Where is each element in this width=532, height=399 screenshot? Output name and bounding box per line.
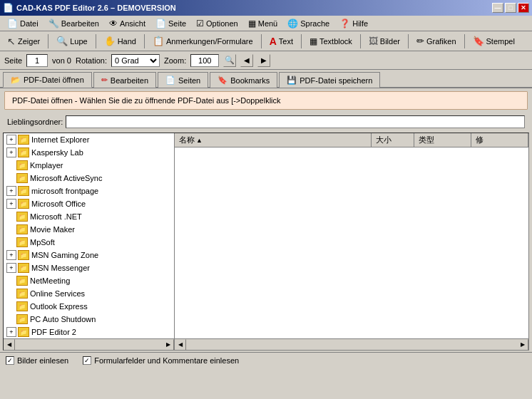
separator-4	[261, 34, 262, 48]
menu-bearbeiten[interactable]: 🔧 Bearbeiten	[44, 17, 103, 30]
favorites-input[interactable]	[66, 115, 525, 128]
menu-sprache[interactable]: 🌐 Sprache	[283, 17, 334, 30]
tab-pages[interactable]: 📄 Seiten	[158, 72, 208, 88]
text-button[interactable]: A Text	[265, 33, 297, 49]
lupe-button[interactable]: 🔍 Lupe	[52, 33, 91, 49]
bilder-icon: 🖼	[369, 36, 378, 46]
list-item[interactable]: 📁 Kmplayer	[4, 159, 174, 172]
col-type[interactable]: 类型	[414, 133, 471, 147]
bilder-label: Bilder einlesen	[17, 356, 68, 365]
next-page-btn[interactable]: ▶	[257, 54, 270, 67]
prev-page-btn[interactable]: ◀	[240, 54, 253, 67]
list-item[interactable]: + 📁 MSN Gaming Zone	[4, 249, 174, 261]
list-item[interactable]: 📁 Microsoft ActiveSync	[4, 172, 174, 185]
tab-bar: 📂 PDF-Datei öffnen ✏ Bearbeiten 📄 Seiten…	[0, 70, 532, 88]
lupe-icon: 🔍	[56, 36, 68, 46]
tab-open[interactable]: 📂 PDF-Datei öffnen	[3, 72, 92, 88]
menu-hilfe[interactable]: ❓ Hilfe	[335, 17, 372, 30]
list-item[interactable]: + 📁 Kaspersky Lab	[4, 146, 174, 159]
tree-hscrollbar[interactable]: ◀ ▶	[4, 338, 174, 350]
separator-8	[464, 34, 465, 48]
page-input[interactable]	[26, 54, 48, 67]
zoom-label: Zoom:	[164, 56, 186, 65]
maximize-button[interactable]: □	[505, 3, 516, 13]
list-item[interactable]: 📁 Movie Maker	[4, 223, 174, 236]
file-scroll-track	[186, 339, 517, 351]
file-scroll-left-btn[interactable]: ◀	[175, 339, 186, 351]
list-item[interactable]: + 📁 MSN Messenger	[4, 261, 174, 274]
col-size[interactable]: 大小	[372, 133, 414, 147]
folder-icon: 📁	[16, 237, 28, 247]
col-date[interactable]: 修	[471, 133, 528, 147]
menu-optionen[interactable]: ☑ Optionen	[192, 17, 242, 30]
close-button[interactable]: ✕	[518, 3, 529, 13]
folder-icon: 📁	[18, 147, 29, 157]
file-panel: 名称 ▲ 大小 类型 修 ◀ ▶	[175, 133, 528, 350]
hand-icon: ✋	[104, 36, 116, 46]
zeiger-button[interactable]: ↖ Zeiger	[3, 33, 44, 49]
separator-2	[96, 34, 96, 48]
list-item[interactable]: + 📁 Microsoft Office	[4, 197, 174, 210]
tab-bookmarks-icon: 🔖	[218, 76, 227, 85]
bearbeiten-icon: 🔧	[48, 19, 59, 28]
list-item[interactable]: 📁 Microsoft .NET	[4, 210, 174, 223]
scroll-track	[15, 339, 163, 351]
rotation-select[interactable]: 0 Grad 90 Grad 180 Grad 270 Grad	[111, 54, 160, 67]
expand-icon[interactable]: +	[6, 250, 16, 260]
stempel-button[interactable]: 🔖 Stempel	[469, 33, 519, 49]
window-title: CAD-KAS PDF Editor 2.6 – DEMOVERSION	[16, 4, 176, 12]
list-item[interactable]: 📁 NetMeeting	[4, 274, 174, 287]
separator-5	[301, 34, 302, 48]
folder-icon: 📁	[18, 135, 29, 145]
grafiken-button[interactable]: ✏ Grafiken	[412, 33, 461, 49]
file-hscrollbar[interactable]: ◀ ▶	[175, 338, 528, 350]
list-item[interactable]: + 📁 PDF Editor 2	[4, 326, 174, 338]
tab-bookmarks[interactable]: 🔖 Bookmarks	[210, 72, 277, 88]
expand-icon[interactable]: +	[6, 199, 16, 209]
formular-checkbox[interactable]: ✓	[83, 356, 91, 365]
scroll-left-btn[interactable]: ◀	[4, 339, 15, 351]
folder-icon: 📁	[16, 289, 28, 299]
tab-open-icon: 📂	[11, 76, 21, 85]
rotation-label: Rotation:	[76, 56, 107, 65]
textblock-button[interactable]: ▦ Textblock	[305, 33, 357, 49]
bilder-button[interactable]: 🖼 Bilder	[364, 33, 404, 49]
menu-menue[interactable]: ▦ Menü	[244, 17, 282, 30]
expand-icon[interactable]: +	[6, 135, 16, 145]
title-bar: 📄 CAD-KAS PDF Editor 2.6 – DEMOVERSION —…	[0, 0, 532, 16]
col-name[interactable]: 名称 ▲	[175, 133, 372, 147]
banner-text: PDF-Datei öffnen - Wählen Sie die zu öff…	[12, 96, 281, 105]
list-item[interactable]: 📁 PC Auto Shutdown	[4, 313, 174, 326]
formular-checkbox-item[interactable]: ✓ Formularfelder und Kommentare einlesen	[83, 356, 239, 365]
textblock-icon: ▦	[310, 36, 317, 46]
zoom-icon-btn[interactable]: 🔍	[223, 54, 236, 67]
expand-icon[interactable]: +	[6, 186, 16, 196]
minimize-button[interactable]: —	[492, 3, 503, 13]
menu-datei[interactable]: 📄 Datei	[3, 17, 43, 30]
list-item[interactable]: 📁 Online Services	[4, 287, 174, 300]
zoom-input[interactable]	[190, 54, 219, 67]
menu-ansicht[interactable]: 👁 Ansicht	[105, 17, 150, 30]
expand-icon[interactable]: +	[6, 263, 16, 273]
anmerkungen-button[interactable]: 📋 Anmerkungen/Formulare	[148, 33, 257, 49]
list-item[interactable]: + 📁 Internet Explorer	[4, 133, 174, 146]
list-item[interactable]: + 📁 microsoft frontpage	[4, 185, 174, 197]
tree-scroll[interactable]: + 📁 Internet Explorer + 📁 Kaspersky Lab …	[4, 133, 174, 338]
menu-seite[interactable]: 📄 Seite	[151, 17, 190, 30]
folder-icon: 📁	[18, 263, 29, 273]
tab-edit[interactable]: ✏ Bearbeiten	[93, 72, 156, 88]
hand-button[interactable]: ✋ Hand	[100, 33, 140, 49]
file-header: 名称 ▲ 大小 类型 修	[175, 133, 528, 147]
list-item[interactable]: 📁 Outlook Express	[4, 300, 174, 313]
tab-save[interactable]: 💾 PDF-Datei speichern	[279, 72, 380, 88]
expand-icon[interactable]: +	[6, 327, 16, 337]
list-item[interactable]: 📁 MpSoft	[4, 236, 174, 249]
expand-icon[interactable]: +	[6, 147, 16, 157]
tab-save-icon: 💾	[287, 76, 297, 85]
formular-label: Formularfelder und Kommentare einlesen	[94, 356, 239, 365]
folder-icon: 📁	[16, 276, 28, 286]
bilder-checkbox-item[interactable]: ✓ Bilder einlesen	[6, 356, 68, 365]
file-scroll-right-btn[interactable]: ▶	[517, 339, 528, 351]
bilder-checkbox[interactable]: ✓	[6, 356, 14, 365]
menu-bar: 📄 Datei 🔧 Bearbeiten 👁 Ansicht 📄 Seite ☑…	[0, 16, 532, 31]
